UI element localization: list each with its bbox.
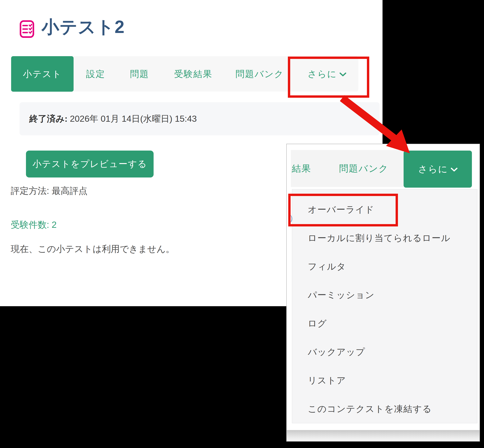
closed-datetime: 2026年 01月 14日(水曜日) 15:43 <box>70 114 197 124</box>
popup-tab-results-partial: 結果 <box>292 150 311 187</box>
popup-tab-question-bank[interactable]: 問題バンク <box>336 150 391 187</box>
tab-question-bank[interactable]: 問題バンク <box>232 56 287 92</box>
grading-method-label: 評定方法: <box>11 186 49 196</box>
chevron-down-icon <box>451 168 458 172</box>
popup-more-label: さらに <box>418 164 448 174</box>
menu-item-restore[interactable]: リストア <box>292 366 477 395</box>
annotation-rect-more-tab <box>288 56 369 98</box>
annotated-screenshot: 小テスト2 小テスト 設定 問題 受験結果 問題バンク さらに 終了済み:202… <box>0 0 484 448</box>
annotation-rect-overrides <box>288 194 398 226</box>
dropdown-shadow <box>287 430 479 441</box>
attempts-label: 受験件数: <box>11 220 49 230</box>
quiz-closed-banner: 終了済み:2026年 01月 14日(水曜日) 15:43 <box>19 102 380 135</box>
availability-message: 現在、この小テストは利用できません。 <box>11 243 175 255</box>
tab-questions[interactable]: 問題 <box>126 56 153 92</box>
grading-method-value: 最高評点 <box>52 186 88 196</box>
menu-item-logs[interactable]: ログ <box>292 309 477 338</box>
grading-method-line: 評定方法: 最高評点 <box>11 185 88 197</box>
page-title: 小テスト2 <box>41 15 125 39</box>
preview-quiz-button[interactable]: 小テストをプレビューする <box>26 151 154 177</box>
menu-item-locally-assigned-roles[interactable]: ローカルに割り当てられるロール <box>292 224 477 252</box>
menu-item-filters[interactable]: フィルタ <box>292 252 477 281</box>
menu-item-freeze-context[interactable]: このコンテクストを凍結する <box>292 395 477 423</box>
popup-more-button[interactable]: さらに <box>404 151 472 188</box>
tab-quiz[interactable]: 小テスト <box>11 56 74 92</box>
quiz-icon <box>19 20 34 38</box>
menu-item-permissions[interactable]: パーミッション <box>292 281 477 309</box>
attempts-line: 受験件数: 2 <box>11 219 57 231</box>
dropdown-screenshot-panel: 結果 問題バンク さらに オーバーライド ローカルに割り当てられるロール フィル… <box>286 144 480 441</box>
attempts-count-link[interactable]: 2 <box>52 220 57 230</box>
menu-item-backup[interactable]: バックアップ <box>292 338 477 366</box>
tab-settings[interactable]: 設定 <box>82 56 109 92</box>
tab-results[interactable]: 受験結果 <box>169 56 217 92</box>
closed-label: 終了済み: <box>29 114 67 124</box>
